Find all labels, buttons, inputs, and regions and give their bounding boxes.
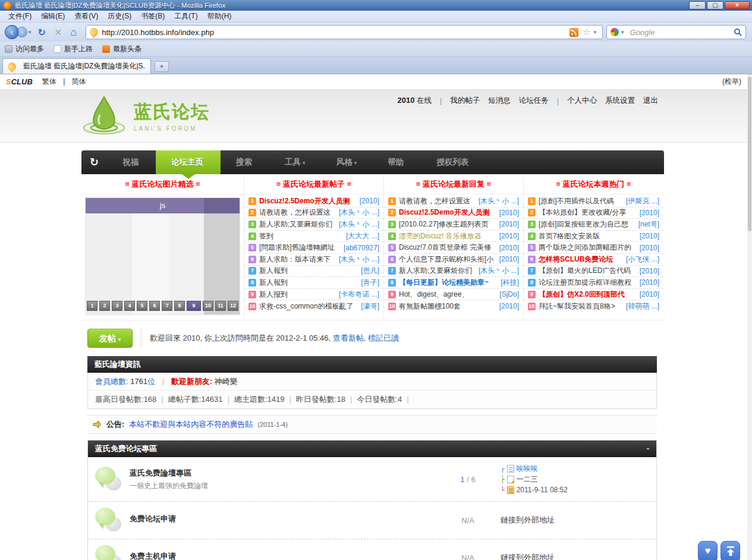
post-title[interactable]: 新人報到: [259, 278, 358, 288]
pager-button[interactable]: 12: [228, 301, 238, 311]
navbar-item[interactable]: 授权列表: [421, 150, 486, 174]
list-item[interactable]: 9 Hot、digest、agree、 [SjDo]: [384, 289, 523, 301]
menu-item[interactable]: 帮助(H): [203, 11, 237, 21]
list-item[interactable]: 2 【本站原创】更改收藏/分享 [2010]: [524, 207, 663, 219]
menu-item[interactable]: 历史(S): [103, 11, 136, 21]
announcement-link[interactable]: 本站不歡迎與本站內容不符的廣告貼: [129, 419, 253, 430]
post-author[interactable]: [青子]: [361, 278, 379, 288]
post-title[interactable]: [2010.02.27]修改主题列表页: [399, 219, 497, 229]
post-title[interactable]: [原創]不用插件以及代碼: [539, 196, 624, 206]
site-logo[interactable]: 蓝氏论坛 LAN\'S FORUM: [80, 95, 210, 137]
post-author[interactable]: [2010]: [640, 267, 659, 275]
post-title[interactable]: 有無新帖圖標100套: [399, 301, 497, 312]
post-author[interactable]: [2010]: [360, 197, 379, 205]
search-box[interactable]: ▾ Google: [606, 25, 746, 39]
post-author[interactable]: [SjDo]: [499, 290, 519, 298]
post-title[interactable]: 【本站原创】更改收藏/分享: [539, 207, 637, 218]
search-input[interactable]: Google: [627, 28, 734, 37]
list-item[interactable]: 8 新人報到 [青子]: [244, 277, 383, 289]
pager-button[interactable]: 10: [203, 301, 213, 311]
table-row[interactable]: 蓝氏免费論壇專區 一個史上最強的免費論壇 1 / 6 ┌唉唉唉 ├一二三 └20…: [88, 457, 656, 501]
picture-slideshow[interactable]: js 123456789101112: [85, 197, 240, 315]
post-title[interactable]: [原创]回复按钮更改为自己想: [539, 219, 636, 229]
post-title[interactable]: 新人报到: [259, 290, 336, 300]
menu-item[interactable]: 书签(B): [136, 11, 169, 21]
post-title[interactable]: 新人求助;又要麻烦你们: [259, 219, 336, 229]
refresh-icon[interactable]: ↻: [90, 156, 99, 169]
mark-read-link[interactable]: 標記已讀: [368, 334, 399, 342]
list-item[interactable]: 7 新人報到 [恩凡]: [244, 266, 383, 278]
post-title[interactable]: Hot、digest、agree、: [399, 290, 497, 300]
post-author[interactable]: [小飞侠 ...]: [626, 254, 659, 265]
list-item[interactable]: 8 论坛注册页加提示框详细教程 [2010]: [524, 277, 663, 289]
post-author[interactable]: [濠哥]: [361, 301, 379, 312]
lang-traditional[interactable]: 繁体: [42, 77, 56, 86]
post-author[interactable]: [木头丶小 ...]: [479, 196, 519, 206]
pager-button[interactable]: 7: [162, 301, 172, 311]
bookmark-most-visited[interactable]: 访问最多: [5, 44, 44, 54]
post-title[interactable]: 拜託~幫我安裝首頁8格>: [539, 301, 624, 312]
post-author[interactable]: [木头丶小 ...]: [479, 266, 519, 276]
post-title[interactable]: 新人求助：版本请来下: [259, 254, 336, 265]
search-engine-dropdown-icon[interactable]: ▾: [621, 29, 624, 35]
list-item[interactable]: 6 个人信息下显示昵称和头衔[小 [2010]: [384, 254, 523, 266]
post-author[interactable]: [2010]: [499, 255, 519, 263]
list-item[interactable]: 10 有無新帖圖標100套 [2010]: [384, 300, 523, 312]
pager-button[interactable]: 5: [137, 301, 147, 311]
post-author[interactable]: [2010]: [640, 209, 659, 217]
post-title[interactable]: 两个版块之间添加两幅图片的: [539, 243, 637, 253]
url-dropdown-icon[interactable]: ▾: [593, 29, 596, 35]
list-item[interactable]: 4 首页7格图文安装版 [2010]: [524, 231, 663, 243]
forward-button[interactable]: ›: [17, 27, 27, 37]
post-author[interactable]: [2010]: [499, 244, 519, 252]
post-title[interactable]: Discuz!2.5Demo开发人员测: [399, 207, 497, 218]
navbar-item[interactable]: 论坛主页: [156, 150, 221, 174]
topnav-link[interactable]: 个人中心: [567, 96, 597, 106]
navbar-item[interactable]: 帮助: [372, 150, 421, 174]
post-title[interactable]: 签到: [259, 231, 344, 241]
post-title[interactable]: 论坛注册页加提示框详细教程: [539, 278, 637, 288]
post-author[interactable]: [伊斯克 ...]: [626, 196, 659, 206]
post-author[interactable]: [木头丶小 ...]: [339, 254, 379, 265]
list-item[interactable]: 6 新人求助：版本请来下 [木头丶小 ...]: [244, 254, 383, 266]
url-bar[interactable]: http://2010.hotbbs.info/index.php ☆ ▾: [86, 25, 603, 39]
post-author[interactable]: [2010]: [640, 244, 659, 252]
post-author[interactable]: [木头丶小 ...]: [339, 219, 379, 229]
list-item[interactable]: 3 [2010.02.27]修改主题列表页 [2010]: [384, 219, 523, 231]
post-author[interactable]: [恩凡]: [361, 266, 379, 276]
list-item[interactable]: 5 两个版块之间添加两幅图片的 [2010]: [524, 242, 663, 254]
navbar-item[interactable]: 风格▾: [321, 150, 373, 174]
pager-button[interactable]: 6: [149, 301, 160, 311]
list-item[interactable]: 1 请教请教，怎样设置这 [木头丶小 ...]: [384, 196, 523, 207]
lastpost-user-link[interactable]: 一二三: [517, 474, 538, 485]
list-item[interactable]: 9 新人报到 [卡布奇诺 ...]: [244, 289, 383, 301]
list-item[interactable]: 5 Discuz!7.0首页登录框 完美修 [2010]: [384, 242, 523, 254]
post-title[interactable]: Discuz!7.0首页登录框 完美修: [399, 243, 497, 253]
list-item[interactable]: 1 [原創]不用插件以及代碼 [伊斯克 ...]: [524, 196, 663, 207]
page-scrollbar[interactable]: [747, 74, 752, 560]
topnav-link[interactable]: 退出: [643, 96, 658, 106]
list-item[interactable]: 10 拜託~幫我安裝首頁8格> [韓萌萌 ...]: [524, 300, 663, 312]
post-author[interactable]: [2010]: [640, 232, 659, 240]
members-label[interactable]: 會員總數:: [95, 377, 128, 386]
pager-button[interactable]: 2: [99, 301, 110, 311]
pager-button[interactable]: 9: [187, 301, 201, 311]
favorite-button[interactable]: ♥: [698, 541, 718, 560]
view-new-posts-link[interactable]: 查看新帖,: [333, 334, 366, 342]
menu-item[interactable]: 查看(V): [70, 11, 103, 21]
bookmark-getting-started[interactable]: 新手上路: [54, 44, 93, 54]
menu-item[interactable]: 编辑(E): [36, 11, 70, 21]
post-title[interactable]: 求救-css_common的模板亂了: [259, 301, 358, 312]
list-item[interactable]: 7 新人求助;又要麻烦你们 [木头丶小 ...]: [384, 266, 523, 278]
list-item[interactable]: 5 [問題求助]舊論壇轉網址 [ab670927]: [244, 242, 383, 254]
report-link[interactable]: (检举): [722, 77, 741, 87]
list-item[interactable]: 2 请教请教，怎样设置这 [木头丶小 ...]: [244, 207, 383, 219]
list-item[interactable]: 9 【原创】仿X2.0回到顶部代 [2010]: [524, 289, 663, 301]
lang-simplified[interactable]: 简体: [72, 77, 86, 86]
list-item[interactable]: 7 【原创】最火的LED广告代码 [2010]: [524, 266, 663, 278]
post-title[interactable]: 个人信息下显示昵称和头衔[小: [399, 254, 497, 265]
post-author[interactable]: [木头丶小 ...]: [339, 207, 379, 218]
list-item[interactable]: 8 【每日更新】论坛精美勋章~ [科技]: [384, 277, 523, 289]
new-friend-value[interactable]: 神崎樂: [212, 377, 238, 386]
threads-count-link[interactable]: 1: [460, 475, 464, 484]
